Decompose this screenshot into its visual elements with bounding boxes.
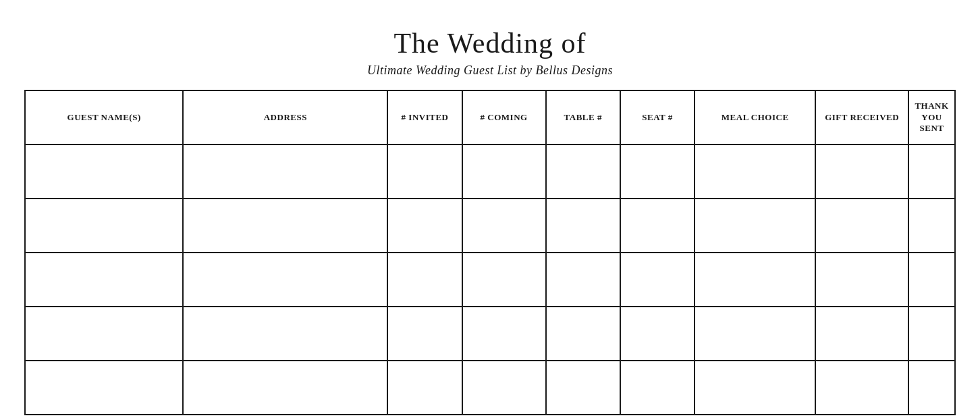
table-cell-col-guest[interactable] [25,361,183,415]
table-cell-col-invited[interactable] [387,361,462,415]
table-cell-col-guest[interactable] [25,307,183,361]
col-header-gift: GIFT RECEIVED [815,90,908,145]
table-cell-col-address[interactable] [183,199,387,253]
table-cell-col-meal[interactable] [695,145,815,199]
table-cell-col-coming[interactable] [462,307,546,361]
table-cell-col-guest[interactable] [25,253,183,307]
table-cell-col-coming[interactable] [462,199,546,253]
table-row [25,361,955,415]
col-header-invited: # INVITED [387,90,462,145]
col-header-meal: MEAL CHOICE [695,90,815,145]
table-cell-col-seat[interactable] [620,199,695,253]
table-cell-col-guest[interactable] [25,145,183,199]
table-cell-col-thank[interactable] [908,307,955,361]
table-cell-col-gift[interactable] [815,145,908,199]
page-subtitle: Ultimate Wedding Guest List by Bellus De… [367,63,613,78]
guest-list-table: GUEST NAME(S) ADDRESS # INVITED # COMING… [24,90,956,415]
table-row [25,199,955,253]
table-cell-col-address[interactable] [183,145,387,199]
table-row [25,253,955,307]
table-cell-col-thank[interactable] [908,145,955,199]
table-cell-col-invited[interactable] [387,199,462,253]
table-row [25,307,955,361]
page-title: The Wedding of [393,27,586,59]
table-cell-col-invited[interactable] [387,253,462,307]
table-cell-col-table[interactable] [546,145,620,199]
table-cell-col-table[interactable] [546,361,620,415]
table-cell-col-seat[interactable] [620,145,695,199]
table-cell-col-invited[interactable] [387,307,462,361]
table-cell-col-coming[interactable] [462,361,546,415]
table-cell-col-gift[interactable] [815,307,908,361]
table-cell-col-invited[interactable] [387,145,462,199]
table-cell-col-address[interactable] [183,307,387,361]
col-header-address: ADDRESS [183,90,387,145]
table-cell-col-table[interactable] [546,253,620,307]
table-cell-col-coming[interactable] [462,253,546,307]
table-cell-col-guest[interactable] [25,199,183,253]
table-cell-col-thank[interactable] [908,253,955,307]
table-cell-col-thank[interactable] [908,199,955,253]
table-cell-col-meal[interactable] [695,253,815,307]
table-row [25,145,955,199]
col-header-table: TABLE # [546,90,620,145]
table-cell-col-address[interactable] [183,253,387,307]
guest-list-table-container: GUEST NAME(S) ADDRESS # INVITED # COMING… [24,90,956,415]
table-cell-col-meal[interactable] [695,199,815,253]
table-cell-col-meal[interactable] [695,361,815,415]
table-cell-col-thank[interactable] [908,361,955,415]
table-cell-col-coming[interactable] [462,145,546,199]
table-cell-col-address[interactable] [183,361,387,415]
table-cell-col-seat[interactable] [620,253,695,307]
table-cell-col-gift[interactable] [815,361,908,415]
col-header-thank: THANK YOU SENT [908,90,955,145]
table-cell-col-table[interactable] [546,307,620,361]
col-header-seat: SEAT # [620,90,695,145]
table-cell-col-gift[interactable] [815,199,908,253]
table-cell-col-table[interactable] [546,199,620,253]
table-cell-col-seat[interactable] [620,307,695,361]
col-header-coming: # COMING [462,90,546,145]
table-cell-col-seat[interactable] [620,361,695,415]
table-cell-col-meal[interactable] [695,307,815,361]
col-header-guest: GUEST NAME(S) [25,90,183,145]
table-cell-col-gift[interactable] [815,253,908,307]
